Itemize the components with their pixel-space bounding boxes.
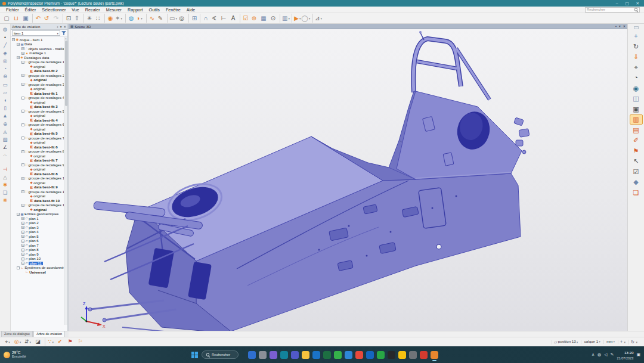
tree-item[interactable]: + ▱ plan 4 [11,230,67,235]
pointer-select[interactable]: ↖ [630,156,643,166]
tree-item[interactable]: − ◉ coque - item 1 [11,38,67,42]
menu-selectionner[interactable]: Sélectionner [39,7,69,13]
expand-toggle-icon[interactable]: − [21,204,24,207]
expand-toggle-icon[interactable]: − [12,38,15,41]
expand-toggle-icon[interactable]: − [21,163,24,166]
expand-toggle-icon[interactable]: − [17,266,20,269]
tree-item[interactable]: − ▦ Entités géométriques [11,212,67,217]
expand-toggle-icon[interactable]: + [21,217,24,220]
expand-toggle-icon[interactable]: − [21,123,24,126]
app-gray-2[interactable] [409,351,417,359]
grid-table[interactable]: ▦ [259,14,268,23]
expand-toggle-icon[interactable]: + [21,257,24,260]
colormap[interactable]: ▥ [630,114,643,125]
tree-item[interactable]: − ▤ Data [11,42,67,47]
globe-tool[interactable]: ⊕ [1,120,10,128]
new[interactable]: ▢ [2,14,11,23]
tree-item[interactable]: + ▱ plan 6 [11,239,67,244]
expand-toggle-icon[interactable]: + [21,226,24,229]
app-outlook[interactable] [366,351,374,359]
filter-sliders[interactable]: ⇵ [23,338,33,346]
tree-item[interactable]: ◆ original [11,78,67,83]
expand-toggle-icon[interactable]: + [21,240,24,243]
tree-item[interactable]: ◧ data best-fit 5 [11,132,67,136]
scene-menu-button[interactable]: ▾ [619,24,621,28]
box-tool[interactable]: ▧ [1,136,10,144]
pin-tool[interactable]: ✱ [1,181,10,189]
sketch-flag-red[interactable]: ⚑ [65,338,75,346]
tree-item[interactable]: + ▱ plan 1 [11,216,67,221]
tree-item[interactable]: ◆ original [11,114,67,119]
facet-tool[interactable]: ◬ [1,128,10,135]
clone-tool[interactable]: ❏ [1,189,10,197]
app-teamviewer[interactable] [312,351,320,359]
app-excel[interactable] [323,351,331,359]
record[interactable]: ◯ [301,14,311,23]
tree-item[interactable]: ◆ original [11,141,67,145]
checklist[interactable]: ☑ [240,14,249,23]
app-green[interactable] [334,351,342,359]
app-explorer[interactable] [302,351,309,359]
gear-tool[interactable]: ❋ [1,197,10,204]
panel-close-button[interactable]: ✕ [63,25,66,29]
expand-toggle-icon[interactable]: − [21,74,24,77]
expand-toggle-icon[interactable]: + [21,222,24,225]
expand-toggle-icon[interactable]: − [21,136,24,139]
sketch-flag[interactable]: ⚐ [75,338,85,346]
expand-toggle-icon[interactable]: − [21,83,24,86]
surface[interactable]: ∩ [200,14,209,23]
circle-tool[interactable]: ◎ [1,57,10,65]
probe[interactable]: ✳ [83,14,93,23]
expand-toggle-icon[interactable]: − [21,110,24,113]
mesh-sphere[interactable]: ◉ [104,14,114,23]
menu-outils[interactable]: Outils [146,7,163,13]
expand-toggle-icon[interactable]: + [21,47,24,50]
notification-bell-icon[interactable]: ▣ [636,352,640,357]
tree-item[interactable]: − ∟ Systèmes de coordonnées [11,266,67,271]
expand-toggle-icon[interactable]: − [21,177,24,180]
chart[interactable]: ⊿ [312,14,322,23]
rotate-view[interactable]: ↻ [630,42,643,52]
expand-toggle-icon[interactable]: + [21,235,24,238]
scene-3d-canvas[interactable]: Z X [69,29,627,331]
menu-editer[interactable]: Éditer [22,7,39,13]
tree-item[interactable]: ∟ Universel [11,270,67,275]
polygon-tool[interactable]: ▱ [1,89,10,97]
panel-pin-button[interactable]: ▪ [57,25,58,29]
scrollbar-thumb[interactable] [65,41,67,106]
translate-view[interactable]: + [630,31,643,41]
airbrush-tool[interactable]: ◎ [13,338,23,346]
note-edit[interactable]: ❏ [630,188,643,198]
app-yellow[interactable] [398,351,406,359]
tree-item[interactable]: − ∷ groupe de recalages 12 [11,203,67,208]
measure-points[interactable]: ∵ [45,338,55,346]
point-grid[interactable]: ∷ [93,14,103,23]
refresh-select[interactable]: ↻ [628,340,639,345]
open[interactable]: ⊔ [11,14,21,23]
expand-toggle-icon[interactable]: + [21,52,24,55]
app-green-circle[interactable] [377,351,385,359]
expand-toggle-icon[interactable]: + [21,249,24,252]
expand-toggle-icon[interactable]: − [17,43,20,46]
expand-toggle-icon[interactable]: − [17,213,20,216]
gallery[interactable]: ▥ [280,14,290,23]
tree-item[interactable]: ◧ data best-fit 9 [11,185,67,190]
undo-history[interactable]: ↺ [42,14,51,23]
tree-item[interactable]: + ▱ plan 2 [11,221,67,226]
tray-chevron[interactable]: ∧ [592,352,595,357]
menu-fenetre[interactable]: Fenêtre [163,7,184,13]
taskbar-search[interactable]: Rechercher [202,350,239,359]
fit-view[interactable]: ⇓ [630,52,643,62]
camera-target[interactable]: ⊚ [249,14,259,23]
rail-handle[interactable] [634,26,639,29]
ellipse-tool[interactable]: ⊖ [1,73,10,80]
app-teamviewer-2[interactable] [345,351,352,359]
tree-item[interactable]: + ▱ plan 7 [11,243,67,248]
tray-volume[interactable]: ◁ [604,352,607,357]
validate[interactable]: ✔ [55,338,65,346]
colormap-edit[interactable]: ▤ [630,125,643,135]
tree-item[interactable]: + ▱ plan 5 [11,234,67,239]
import[interactable]: ⇧ [72,14,82,23]
color-globe[interactable]: ◍ [125,14,135,23]
polyline-tool[interactable]: ∠ [1,144,10,151]
